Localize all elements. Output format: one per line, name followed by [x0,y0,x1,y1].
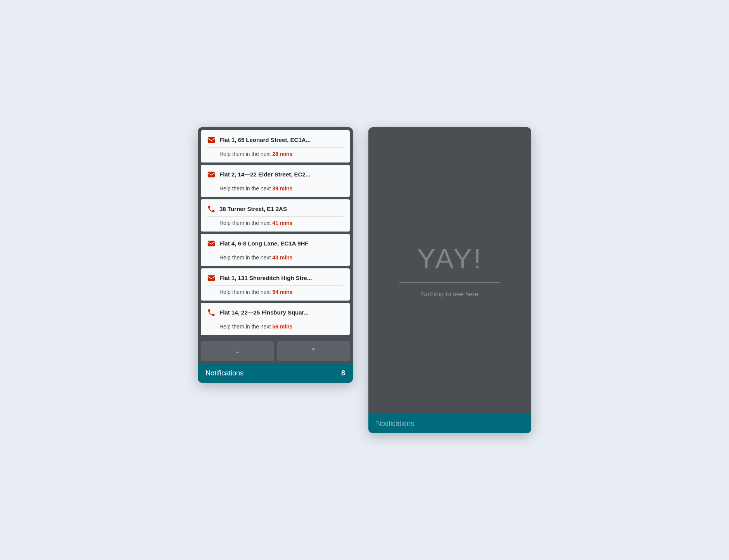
notification-subtitle-6: Help them in the next 56 mins [207,323,344,330]
scroll-down-button[interactable]: ⌄ [201,341,274,361]
svg-rect-2 [208,240,215,246]
left-tab-bar: Notifications 8 [198,364,353,383]
notification-item[interactable]: Flat 1, 65 Leonard Street, EC1A... Help … [201,130,350,162]
notification-subtitle-2: Help them in the next 39 mins [207,185,344,192]
notification-title-3: 38 Turner Street, E1 2AS [219,206,344,212]
chevron-up-icon: ⌃ [311,347,316,355]
phones-container: Flat 1, 65 Leonard Street, EC1A... Help … [198,127,531,433]
mail-icon [207,274,216,282]
notification-title-1: Flat 1, 65 Leonard Street, EC1A... [219,137,344,143]
notification-subtitle-4: Help them in the next 43 mins [207,254,344,261]
notification-divider [207,182,344,182]
notification-divider [207,147,344,148]
svg-rect-1 [208,171,215,177]
yay-title: YAY! [417,243,482,275]
nav-buttons: ⌄ ⌃ [198,338,353,364]
notification-title-4: Flat 4, 6-8 Long Lane, EC1A 9HF [219,240,344,247]
notification-item[interactable]: 38 Turner Street, E1 2AS Help them in th… [201,199,350,232]
notification-item[interactable]: Flat 14, 22—25 Finsbury Squar... Help th… [201,303,350,335]
notification-divider [207,251,344,251]
notification-item[interactable]: Flat 4, 6-8 Long Lane, EC1A 9HF Help the… [201,234,350,266]
notification-divider [207,285,344,286]
notification-title-6: Flat 14, 22—25 Finsbury Squar... [219,309,344,316]
left-tab-badge: 8 [341,369,345,377]
notification-divider [207,320,344,320]
notification-title-5: Flat 1, 131 Shoreditch High Stre... [219,275,344,281]
mail-icon [207,136,216,144]
notification-item[interactable]: Flat 2, 14—22 Elder Street, EC2... Help … [201,165,350,197]
phone-icon [207,205,216,213]
mail-icon [207,239,216,248]
yay-divider [399,282,500,283]
right-tab-bar: Notifications [368,414,531,433]
svg-rect-0 [208,137,215,143]
phone-icon [207,308,216,317]
notification-title-2: Flat 2, 14—22 Elder Street, EC2... [219,171,344,178]
scroll-up-button[interactable]: ⌃ [277,341,350,361]
chevron-down-icon: ⌄ [235,347,240,355]
notification-subtitle-1: Help them in the next 28 mins [207,151,344,157]
right-tab-label: Notifications [376,420,414,428]
notification-subtitle-5: Help them in the next 54 mins [207,289,344,295]
notification-divider [207,216,344,217]
empty-state: YAY! Nothing to see here [368,127,531,414]
yay-subtitle: Nothing to see here [421,290,479,298]
svg-rect-3 [208,275,215,281]
phone-left: Flat 1, 65 Leonard Street, EC1A... Help … [198,127,353,383]
left-tab-label: Notifications [206,369,244,377]
notifications-list: Flat 1, 65 Leonard Street, EC1A... Help … [198,127,353,338]
notification-item[interactable]: Flat 1, 131 Shoreditch High Stre... Help… [201,268,350,301]
phone-right: YAY! Nothing to see here Notifications [368,127,531,433]
mail-icon [207,170,216,179]
notification-subtitle-3: Help them in the next 41 mins [207,220,344,226]
